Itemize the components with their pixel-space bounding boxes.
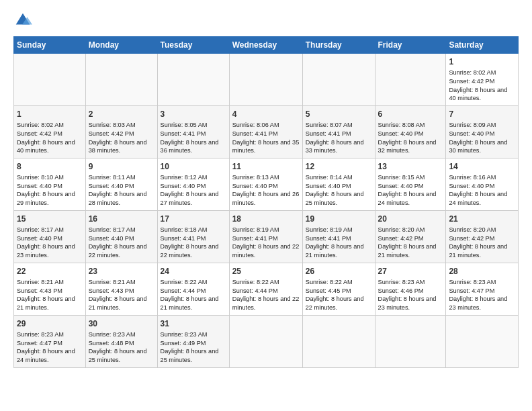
day-number: 24 (161, 266, 226, 277)
day-number: 12 (306, 161, 372, 172)
day-info: Sunrise: 8:12 AMSunset: 4:40 PMDaylight:… (161, 173, 226, 208)
page: SundayMondayTuesdayWednesdayThursdayFrid… (0, 0, 532, 411)
calendar-cell: 1Sunrise: 8:02 AMSunset: 4:42 PMDaylight… (446, 54, 519, 106)
day-info: Sunrise: 8:21 AMSunset: 4:43 PMDaylight:… (17, 278, 83, 312)
logo-icon (13, 11, 32, 30)
calendar-cell: 25Sunrise: 8:22 AMSunset: 4:44 PMDayligh… (229, 263, 302, 315)
calendar-week-row: 1Sunrise: 8:02 AMSunset: 4:42 PMDaylight… (14, 54, 519, 106)
day-info: Sunrise: 8:07 AMSunset: 4:41 PMDaylight:… (306, 121, 372, 155)
day-info: Sunrise: 8:23 AMSunset: 4:46 PMDaylight:… (378, 278, 443, 312)
calendar-cell: 23Sunrise: 8:21 AMSunset: 4:43 PMDayligh… (85, 263, 157, 315)
day-info: Sunrise: 8:23 AMSunset: 4:49 PMDaylight:… (161, 330, 226, 365)
calendar-cell (229, 54, 302, 106)
day-number: 28 (449, 266, 515, 277)
day-number: 26 (306, 266, 372, 277)
day-info: Sunrise: 8:11 AMSunset: 4:40 PMDaylight:… (89, 173, 154, 208)
day-number: 7 (449, 109, 515, 120)
calendar-cell: 18Sunrise: 8:19 AMSunset: 4:41 PMDayligh… (229, 210, 302, 263)
day-number: 9 (89, 161, 154, 172)
calendar-cell: 9Sunrise: 8:11 AMSunset: 4:40 PMDaylight… (85, 158, 157, 210)
calendar-cell: 22Sunrise: 8:21 AMSunset: 4:43 PMDayligh… (14, 263, 86, 315)
day-info: Sunrise: 8:23 AMSunset: 4:47 PMDaylight:… (449, 278, 515, 312)
calendar-header-row: SundayMondayTuesdayWednesdayThursdayFrid… (14, 37, 519, 54)
day-header-friday: Friday (375, 37, 446, 54)
calendar-cell: 17Sunrise: 8:18 AMSunset: 4:41 PMDayligh… (157, 210, 229, 263)
calendar-cell: 7Sunrise: 8:09 AMSunset: 4:40 PMDaylight… (446, 105, 519, 158)
day-info: Sunrise: 8:06 AMSunset: 4:41 PMDaylight:… (232, 121, 300, 155)
calendar-cell: 21Sunrise: 8:20 AMSunset: 4:42 PMDayligh… (446, 210, 519, 263)
calendar-cell: 12Sunrise: 8:14 AMSunset: 4:40 PMDayligh… (302, 158, 375, 210)
day-number: 21 (449, 214, 515, 224)
logo (13, 11, 34, 30)
day-header-monday: Monday (85, 37, 157, 54)
day-number: 31 (161, 318, 226, 329)
day-number: 14 (449, 161, 515, 172)
day-number: 4 (232, 109, 300, 120)
day-header-wednesday: Wednesday (229, 37, 302, 54)
day-header-thursday: Thursday (302, 37, 375, 54)
day-info: Sunrise: 8:14 AMSunset: 4:40 PMDaylight:… (306, 173, 372, 208)
calendar-cell: 3Sunrise: 8:05 AMSunset: 4:41 PMDaylight… (157, 105, 229, 158)
calendar-week-row: 29Sunrise: 8:23 AMSunset: 4:47 PMDayligh… (14, 315, 519, 367)
calendar-week-row: 1Sunrise: 8:02 AMSunset: 4:42 PMDaylight… (14, 105, 519, 158)
calendar-cell (229, 315, 302, 367)
day-number: 22 (17, 266, 83, 277)
day-number: 11 (232, 161, 300, 172)
day-header-saturday: Saturday (446, 37, 519, 54)
calendar-week-row: 8Sunrise: 8:10 AMSunset: 4:40 PMDaylight… (14, 158, 519, 210)
day-number: 5 (306, 109, 372, 120)
header (13, 11, 519, 30)
day-number: 3 (161, 109, 226, 120)
calendar-cell: 16Sunrise: 8:17 AMSunset: 4:40 PMDayligh… (85, 210, 157, 263)
day-info: Sunrise: 8:08 AMSunset: 4:40 PMDaylight:… (378, 121, 443, 155)
calendar-cell: 13Sunrise: 8:15 AMSunset: 4:40 PMDayligh… (375, 158, 446, 210)
day-number: 2 (89, 109, 154, 120)
calendar-cell: 30Sunrise: 8:23 AMSunset: 4:48 PMDayligh… (85, 315, 157, 367)
calendar-cell: 19Sunrise: 8:19 AMSunset: 4:41 PMDayligh… (302, 210, 375, 263)
day-info: Sunrise: 8:02 AMSunset: 4:42 PMDaylight:… (17, 121, 83, 155)
day-info: Sunrise: 8:02 AMSunset: 4:42 PMDaylight:… (449, 68, 515, 103)
day-number: 13 (378, 161, 443, 172)
day-number: 1 (449, 56, 515, 67)
day-number: 8 (17, 161, 83, 172)
day-info: Sunrise: 8:17 AMSunset: 4:40 PMDaylight:… (17, 226, 83, 260)
day-info: Sunrise: 8:19 AMSunset: 4:41 PMDaylight:… (306, 226, 372, 260)
day-number: 6 (378, 109, 443, 120)
calendar-cell: 11Sunrise: 8:13 AMSunset: 4:40 PMDayligh… (229, 158, 302, 210)
day-number: 16 (89, 214, 154, 224)
day-number: 17 (161, 214, 226, 224)
day-info: Sunrise: 8:03 AMSunset: 4:42 PMDaylight:… (89, 121, 154, 155)
day-number: 19 (306, 214, 372, 224)
day-number: 15 (17, 214, 83, 224)
day-info: Sunrise: 8:17 AMSunset: 4:40 PMDaylight:… (89, 226, 154, 260)
calendar-cell: 10Sunrise: 8:12 AMSunset: 4:40 PMDayligh… (157, 158, 229, 210)
calendar-cell: 27Sunrise: 8:23 AMSunset: 4:46 PMDayligh… (375, 263, 446, 315)
calendar-cell: 1Sunrise: 8:02 AMSunset: 4:42 PMDaylight… (14, 105, 86, 158)
day-number: 30 (89, 318, 154, 329)
calendar-cell (85, 54, 157, 106)
day-info: Sunrise: 8:23 AMSunset: 4:47 PMDaylight:… (17, 330, 83, 365)
day-info: Sunrise: 8:15 AMSunset: 4:40 PMDaylight:… (378, 173, 443, 208)
day-info: Sunrise: 8:10 AMSunset: 4:40 PMDaylight:… (17, 173, 83, 208)
calendar-cell: 5Sunrise: 8:07 AMSunset: 4:41 PMDaylight… (302, 105, 375, 158)
calendar-cell (446, 315, 519, 367)
day-info: Sunrise: 8:09 AMSunset: 4:40 PMDaylight:… (449, 121, 515, 155)
calendar-cell (14, 54, 86, 106)
calendar-cell (302, 315, 375, 367)
calendar-cell: 28Sunrise: 8:23 AMSunset: 4:47 PMDayligh… (446, 263, 519, 315)
calendar: SundayMondayTuesdayWednesdayThursdayFrid… (13, 36, 519, 368)
calendar-cell: 8Sunrise: 8:10 AMSunset: 4:40 PMDaylight… (14, 158, 86, 210)
day-info: Sunrise: 8:19 AMSunset: 4:41 PMDaylight:… (232, 226, 300, 260)
calendar-cell: 29Sunrise: 8:23 AMSunset: 4:47 PMDayligh… (14, 315, 86, 367)
day-number: 27 (378, 266, 443, 277)
day-number: 18 (232, 214, 300, 224)
calendar-cell: 14Sunrise: 8:16 AMSunset: 4:40 PMDayligh… (446, 158, 519, 210)
day-info: Sunrise: 8:20 AMSunset: 4:42 PMDaylight:… (378, 226, 443, 260)
calendar-cell (157, 54, 229, 106)
calendar-cell: 2Sunrise: 8:03 AMSunset: 4:42 PMDaylight… (85, 105, 157, 158)
calendar-cell: 31Sunrise: 8:23 AMSunset: 4:49 PMDayligh… (157, 315, 229, 367)
calendar-cell: 4Sunrise: 8:06 AMSunset: 4:41 PMDaylight… (229, 105, 302, 158)
calendar-cell: 6Sunrise: 8:08 AMSunset: 4:40 PMDaylight… (375, 105, 446, 158)
day-info: Sunrise: 8:21 AMSunset: 4:43 PMDaylight:… (89, 278, 154, 312)
day-number: 20 (378, 214, 443, 224)
